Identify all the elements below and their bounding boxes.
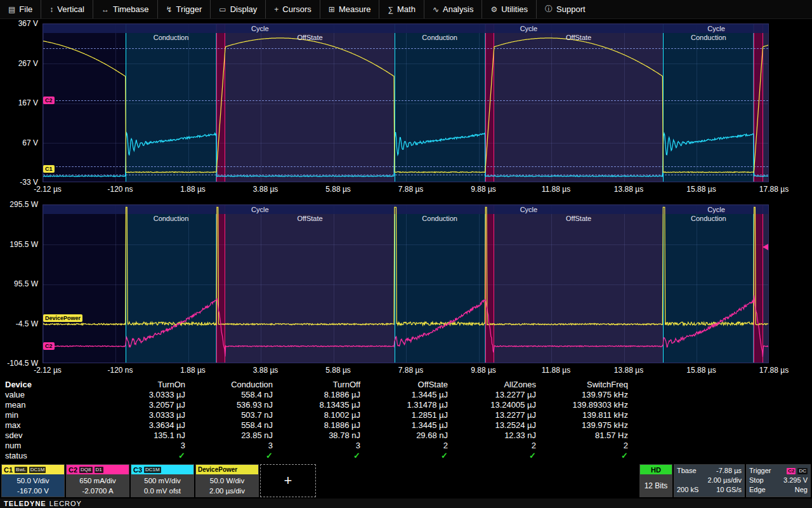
conduction-zone-label: Conduction bbox=[154, 34, 189, 41]
stat-row-label: status bbox=[0, 451, 102, 461]
devicepower-descriptor[interactable]: DevicePower 50.0 W/div 2.00 µs/div bbox=[195, 464, 259, 497]
stat-value: 503.7 nJ bbox=[185, 410, 273, 420]
devicepower-hscale: 2.00 µs/div bbox=[198, 486, 256, 496]
menu-item-label: Analysis bbox=[443, 4, 473, 14]
menu-item-cursors[interactable]: +Cursors bbox=[265, 0, 320, 18]
menu-item-label: Measure bbox=[339, 4, 371, 14]
add-trace-button[interactable]: + bbox=[260, 464, 316, 497]
x-axis-label: 17.88 µs bbox=[759, 185, 789, 194]
support-icon: ⓘ bbox=[545, 4, 553, 15]
stat-row-label: max bbox=[0, 420, 102, 431]
stat-value: 1.31478 µJ bbox=[360, 400, 448, 410]
y-axis-label: -33 V bbox=[0, 178, 38, 187]
table-row: value3.0333 µJ558.4 nJ8.1886 µJ1.3445 µJ… bbox=[0, 390, 812, 400]
c2-offset: -2.0700 A bbox=[69, 486, 127, 496]
trace-label-c2[interactable]: C2 bbox=[43, 97, 55, 104]
offstate-zone-label: OffState bbox=[297, 215, 322, 222]
c3-coupling-badge: DC1M bbox=[144, 467, 161, 473]
y-axis-label: 295.5 W bbox=[0, 200, 38, 209]
x-axis-label: 17.88 µs bbox=[759, 366, 789, 375]
status-check-icon: ✓ bbox=[536, 451, 628, 461]
voltage-plot[interactable]: CycleConductionOffStateCycleConductionOf… bbox=[43, 23, 769, 182]
stat-value: 3 bbox=[273, 441, 360, 451]
stat-value: 23.85 nJ bbox=[185, 431, 273, 441]
x-axis-label: -2.12 µs bbox=[34, 366, 62, 375]
menu-item-measure[interactable]: ⊞Measure bbox=[320, 0, 379, 18]
stat-value: 8.1002 µJ bbox=[273, 410, 360, 420]
menu-item-display[interactable]: ▭Display bbox=[210, 0, 265, 18]
power-plot[interactable]: CycleConductionOffStateCycleConductionOf… bbox=[43, 204, 769, 363]
menu-bar: ▤File↕Vertical↔Timebase↯Trigger▭Display+… bbox=[0, 0, 812, 19]
c3-gate-trace bbox=[43, 132, 769, 177]
trace-label-c1[interactable]: C1 bbox=[43, 165, 55, 173]
column-header-turnoff: TurnOff bbox=[273, 380, 360, 390]
stat-value: 2 bbox=[536, 441, 628, 451]
tbase-delay: -7.88 µs bbox=[716, 466, 742, 476]
tbase-samples: 200 kS bbox=[677, 485, 698, 495]
tbase-rate: 10 GS/s bbox=[716, 485, 742, 495]
c2-d1-badge: D1 bbox=[95, 467, 103, 473]
stat-value: 12.33 nJ bbox=[448, 431, 536, 441]
channel-c2-descriptor[interactable]: C2 DQ8 D1 650 mA/div -2.0700 A bbox=[66, 464, 129, 497]
menu-item-label: Utilities bbox=[501, 4, 528, 14]
x-axis-label: 3.88 µs bbox=[253, 185, 278, 194]
menu-item-vertical[interactable]: ↕Vertical bbox=[41, 0, 93, 18]
tbase-label: Tbase bbox=[677, 466, 697, 476]
column-header-conduction: Conduction bbox=[185, 380, 273, 390]
stat-value: 3 bbox=[185, 441, 273, 451]
stat-row-label: mean bbox=[0, 400, 102, 410]
c2-current-trace bbox=[43, 295, 769, 357]
menu-item-math[interactable]: ∑Math bbox=[379, 0, 423, 18]
waveform-traces bbox=[43, 205, 769, 363]
conduction-zone-label: Conduction bbox=[691, 34, 726, 41]
x-axis-label: 15.88 µs bbox=[686, 185, 716, 194]
cycle-zone-label: Cycle bbox=[520, 25, 538, 32]
trigger-icon: ↯ bbox=[166, 5, 173, 14]
menu-item-trigger[interactable]: ↯Trigger bbox=[157, 0, 211, 18]
trigger-level: 3.295 V bbox=[783, 476, 808, 485]
status-check-icon: ✓ bbox=[360, 451, 448, 461]
hd-indicator[interactable]: HD 12 Bits bbox=[639, 464, 672, 497]
x-axis-label: -2.12 µs bbox=[34, 185, 62, 194]
menu-item-analysis[interactable]: ∿Analysis bbox=[424, 0, 481, 18]
channel-c1-descriptor[interactable]: C1 BwL DC1M 50.0 V/div -167.00 V bbox=[1, 464, 65, 497]
devicepower-title: DevicePower bbox=[198, 466, 237, 473]
c3-header: C3 DC1M bbox=[131, 465, 193, 474]
measure-source-title: Device bbox=[0, 380, 102, 390]
trigger-level-marker[interactable] bbox=[763, 244, 768, 250]
conduction-zone-label: Conduction bbox=[691, 215, 726, 222]
table-row: sdev135.1 nJ23.85 nJ38.78 nJ29.68 nJ12.3… bbox=[0, 431, 812, 441]
vertical-icon: ↕ bbox=[49, 5, 53, 14]
measure-table: DeviceTurnOnConductionTurnOffOffStateAll… bbox=[0, 380, 812, 461]
menu-item-support[interactable]: ⓘSupport bbox=[536, 0, 594, 18]
table-row: max3.3634 µJ558.4 nJ8.1886 µJ1.3445 µJ13… bbox=[0, 420, 812, 431]
stat-value: 3.2057 µJ bbox=[102, 400, 185, 410]
math-icon: ∑ bbox=[388, 5, 393, 14]
trace-label-c2[interactable]: C2 bbox=[43, 342, 55, 350]
stat-value: 139.975 kHz bbox=[536, 420, 628, 431]
x-axis-label: 13.88 µs bbox=[614, 185, 643, 194]
channel-c3-descriptor[interactable]: C3 DC1M 500 mV/div 0.0 mV ofst bbox=[131, 464, 194, 497]
devicepower-scale: 50.0 W/div bbox=[198, 476, 256, 486]
analysis-icon: ∿ bbox=[433, 5, 439, 14]
stat-row-label: value bbox=[0, 390, 102, 400]
hd-bits-label: 12 Bits bbox=[640, 474, 672, 497]
menu-item-timebase[interactable]: ↔Timebase bbox=[93, 0, 157, 18]
display-icon: ▭ bbox=[219, 5, 226, 14]
stat-row-label: sdev bbox=[0, 431, 102, 441]
trigger-descriptor[interactable]: Trigger C2 DC Stop 3.295 V Edge Neg bbox=[746, 464, 811, 497]
menu-item-file[interactable]: ▤File bbox=[0, 0, 41, 18]
timebase-icon: ↔ bbox=[102, 5, 109, 14]
trace-label-devicepower[interactable]: DevicePower bbox=[43, 314, 82, 322]
y-axis-label: 267 V bbox=[0, 59, 38, 68]
stat-value: 13.2524 µJ bbox=[448, 420, 536, 431]
descriptor-dock: C1 BwL DC1M 50.0 V/div -167.00 V C2 DQ8 … bbox=[0, 464, 812, 498]
trigger-source-badge: C2 bbox=[787, 468, 796, 474]
column-header-allzones: AllZones bbox=[448, 380, 536, 390]
stat-value: 3.0333 µJ bbox=[102, 410, 185, 420]
menu-item-utilities[interactable]: ⚙Utilities bbox=[481, 0, 536, 18]
y-axis-label: -104.5 W bbox=[0, 359, 38, 368]
cycle-zone-label: Cycle bbox=[707, 25, 725, 32]
timebase-descriptor[interactable]: Tbase -7.88 µs 2.00 µs/div 200 kS 10 GS/… bbox=[674, 464, 745, 497]
c3-settings: 500 mV/div 0.0 mV ofst bbox=[131, 474, 193, 497]
